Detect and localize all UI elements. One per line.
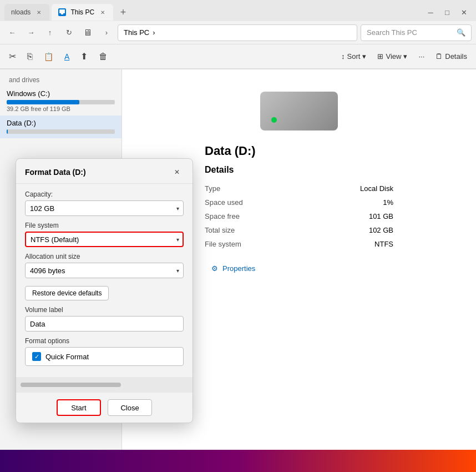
delete-button[interactable]: 🗑 [94, 48, 112, 66]
type-val: Local Disk [360, 184, 393, 193]
share-icon: ⬆ [80, 51, 88, 62]
cut-button[interactable]: ✂ [4, 48, 21, 66]
quick-format-row: ✓ Quick Format [32, 352, 176, 361]
minimize-button[interactable]: ─ [423, 4, 438, 20]
fs-key: File system [205, 240, 241, 248]
search-placeholder: Search This PC [367, 28, 417, 37]
quick-format-checkbox[interactable]: ✓ [32, 352, 41, 361]
checkbox-check-icon: ✓ [34, 354, 39, 360]
drive-c-name: Windows (C:) [7, 89, 115, 98]
view-button[interactable]: ⊞ View ▾ [373, 48, 412, 66]
details-heading: Details [205, 165, 393, 175]
filesystem-label: File system [25, 222, 184, 229]
fs-val: NTFS [374, 240, 393, 248]
back-button[interactable]: ← [4, 25, 20, 41]
volume-label-label: Volume label [25, 306, 184, 314]
free-val: 101 GB [369, 212, 393, 220]
rename-icon: A [64, 52, 69, 61]
window-close-button[interactable]: ✕ [456, 4, 472, 20]
sort-label: Sort [347, 52, 361, 61]
more-button[interactable]: ··· [414, 48, 429, 66]
forward-icon: → [28, 28, 35, 37]
drive-c-space: 39.2 GB free of 119 GB [7, 106, 115, 112]
capacity-select-wrapper: 102 GB ▾ [25, 200, 184, 216]
address-path[interactable]: This PC › [118, 24, 357, 41]
forward-button[interactable]: → [23, 25, 39, 41]
details-row-used: Space used 1% [205, 195, 393, 209]
alloc-label: Allocation unit size [25, 253, 184, 260]
paste-icon: 📋 [44, 52, 53, 61]
details-row-total: Total size 102 GB [205, 223, 393, 237]
downloads-tab-label: nloads [11, 8, 31, 16]
used-val: 1% [383, 198, 393, 207]
svg-rect-1 [61, 13, 63, 14]
details-button[interactable]: 🗒 Details [431, 48, 472, 66]
quick-format-label: Quick Format [45, 353, 89, 361]
dialog-titlebar: Format Data (D:) ✕ [16, 159, 193, 184]
search-box[interactable]: Search This PC 🔍 [361, 24, 472, 41]
filesystem-select-wrapper: NTFS (Default) FAT32 exFAT ▾ [25, 232, 184, 247]
dialog-title: Format Data (D:) [25, 168, 86, 177]
this-pc-tab-icon [58, 8, 66, 16]
details-panel: Data (D:) Details Type Local Disk Space … [205, 144, 393, 277]
delete-icon: 🗑 [99, 52, 108, 62]
scrollbar-thumb [21, 383, 121, 387]
drive-illustration [260, 92, 338, 130]
format-options-label: Format options [25, 337, 184, 345]
this-pc-tab-close[interactable]: ✕ [99, 8, 107, 16]
address-bar: ← → ↑ ↻ 🖥 › This PC › Search This PC 🔍 [0, 21, 476, 44]
copy-button[interactable]: ⎘ [23, 48, 37, 66]
used-key: Space used [205, 198, 243, 207]
volume-label-input[interactable] [25, 316, 184, 332]
refresh-icon: ↻ [66, 28, 72, 37]
view-label: View [386, 52, 401, 61]
total-key: Total size [205, 226, 235, 234]
sort-icon: ↕ [341, 52, 345, 61]
dialog-body: Capacity: 102 GB ▾ File system NTFS (Def… [16, 184, 193, 373]
details-row-fs: File system NTFS [205, 237, 393, 251]
start-button[interactable]: Start [57, 399, 101, 416]
sort-button[interactable]: ↕ Sort ▾ [337, 48, 371, 66]
close-button[interactable]: Close [108, 399, 152, 416]
rename-button[interactable]: A [60, 48, 74, 66]
properties-icon: ⚙ [211, 264, 218, 273]
paste-button[interactable]: 📋 [39, 48, 58, 66]
search-icon: 🔍 [457, 28, 465, 37]
downloads-tab-close[interactable]: ✕ [35, 8, 43, 16]
up-button[interactable]: ↑ [42, 25, 58, 41]
tab-this-pc[interactable]: This PC ✕ [52, 4, 113, 21]
computer-icon: 🖥 [80, 25, 95, 41]
dialog-scrollbar[interactable] [16, 377, 193, 393]
properties-label: Properties [222, 264, 255, 273]
filesystem-select[interactable]: NTFS (Default) FAT32 exFAT [25, 232, 184, 247]
toolbar: ✂ ⎘ 📋 A ⬆ 🗑 ↕ Sort ▾ ⊞ View ▾ ··· [0, 44, 476, 69]
alloc-select[interactable]: 4096 bytes 512 bytes 1024 bytes 2048 byt… [25, 263, 184, 278]
dialog-close-button[interactable]: ✕ [170, 165, 184, 179]
alloc-select-wrapper: 4096 bytes 512 bytes 1024 bytes 2048 byt… [25, 263, 184, 278]
back-icon: ← [9, 28, 16, 37]
maximize-button[interactable]: □ [439, 4, 455, 20]
details-label: Details [445, 52, 467, 61]
taskbar[interactable] [0, 450, 476, 472]
total-val: 102 GB [369, 226, 393, 234]
properties-button[interactable]: ⚙ Properties [205, 260, 393, 277]
new-tab-button[interactable]: + [115, 4, 131, 20]
drive-c-item[interactable]: Windows (C:) 39.2 GB free of 119 GB [0, 86, 121, 116]
format-dialog: Format Data (D:) ✕ Capacity: 102 GB ▾ Fi… [16, 158, 193, 423]
path-chevron: › [99, 25, 114, 41]
drive-d-item[interactable]: Data (D:) [0, 116, 121, 138]
free-key: Space free [205, 212, 240, 220]
tab-bar: nloads ✕ This PC ✕ + ─ □ ✕ [0, 0, 476, 21]
cut-icon: ✂ [9, 51, 16, 62]
capacity-select[interactable]: 102 GB [25, 200, 184, 216]
restore-defaults-button[interactable]: Restore device defaults [25, 286, 109, 300]
drive-d-name: Data (D:) [7, 119, 115, 127]
sort-chevron-icon: ▾ [362, 52, 366, 61]
refresh-button[interactable]: ↻ [61, 25, 77, 41]
up-icon: ↑ [48, 28, 52, 37]
view-icon: ⊞ [377, 52, 383, 61]
svg-rect-0 [59, 9, 65, 13]
share-button[interactable]: ⬆ [76, 48, 92, 66]
view-chevron-icon: ▾ [403, 52, 407, 61]
tab-downloads[interactable]: nloads ✕ [4, 4, 49, 21]
